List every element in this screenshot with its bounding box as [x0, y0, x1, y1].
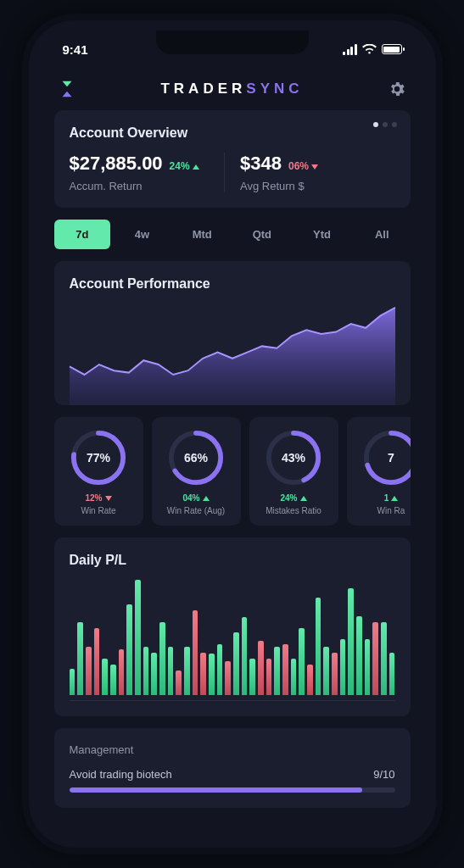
gauge-label: Win Ra [352, 506, 411, 515]
pl-bar [233, 632, 239, 695]
app-logo-icon [58, 80, 76, 98]
pl-bar [225, 661, 231, 695]
gauge-row[interactable]: 77% 12% Win Rate 66% 04% Win Rate (Aug) … [54, 417, 411, 526]
gauge-value: 43% [265, 429, 322, 487]
pl-bar [332, 653, 338, 695]
pl-bar [102, 659, 108, 695]
gauge-value: 7 [362, 429, 411, 487]
accum-return-value: $27,885.00 [70, 153, 163, 175]
pl-bar [389, 653, 395, 695]
status-indicators [343, 44, 402, 55]
signal-icon [343, 44, 357, 55]
gauge-label: Win Rate (Aug) [157, 506, 236, 515]
daily-pl-title: Daily P/L [70, 553, 395, 568]
pl-bar [143, 647, 149, 695]
battery-icon [382, 44, 402, 54]
pl-bar [249, 659, 255, 695]
account-performance-card: Account Performance [54, 261, 411, 405]
gauge-value: 66% [167, 429, 225, 487]
pl-bar [372, 622, 378, 695]
gauge-card[interactable]: 7 1 Win Ra [347, 417, 411, 526]
pl-bar [258, 641, 264, 695]
gauge-card[interactable]: 43% 24% Mistakes Ratio [249, 417, 338, 526]
performance-title: Account Performance [70, 276, 395, 292]
pl-bar [307, 665, 313, 695]
gauge-delta: 12% [59, 493, 138, 503]
pl-bar [176, 670, 182, 695]
gauge-ring: 7 [362, 429, 411, 487]
caret-down-icon [105, 496, 112, 501]
status-time: 9:41 [63, 42, 88, 57]
settings-icon[interactable] [388, 80, 406, 98]
pl-bar [193, 610, 198, 695]
date-range-tabs[interactable]: 7d4wMtdQtdYtdAll [54, 220, 411, 249]
pl-bar [217, 644, 223, 695]
pl-bar [299, 628, 305, 695]
pl-bar [266, 659, 272, 695]
avg-return-pct: 06% [288, 160, 318, 172]
gauge-value: 77% [70, 429, 127, 487]
overview-title: Account Overview [70, 125, 395, 141]
caret-down-icon [311, 164, 318, 170]
pl-bar [94, 628, 100, 695]
pl-bar [316, 598, 321, 695]
range-tab-7d[interactable]: 7d [54, 220, 111, 249]
pl-bar [348, 588, 354, 695]
pl-bar [200, 653, 206, 695]
daily-pl-card: Daily P/L [54, 537, 411, 716]
management-progress [70, 787, 395, 793]
pl-bar [119, 649, 125, 695]
brand-part2: SYNC [246, 81, 303, 97]
pl-bar [168, 647, 174, 695]
pl-bar [356, 616, 362, 695]
daily-pl-chart[interactable] [70, 580, 395, 698]
gauge-ring: 77% [70, 429, 127, 487]
caret-up-icon [203, 496, 210, 501]
pl-bar [77, 622, 83, 695]
pl-bar [323, 647, 329, 695]
performance-chart[interactable] [70, 303, 395, 405]
accum-return-pct: 24% [170, 160, 199, 172]
range-tab-mtd[interactable]: Mtd [174, 220, 231, 249]
range-tab-4w[interactable]: 4w [114, 220, 171, 249]
pl-bar [340, 639, 346, 695]
management-item-label: Avoid trading biotech [70, 768, 172, 781]
range-tab-ytd[interactable]: Ytd [293, 220, 350, 249]
pl-bar [126, 604, 132, 695]
app-header: TRADERSYNC [39, 68, 426, 110]
gauge-ring: 43% [265, 429, 322, 487]
caret-up-icon [193, 164, 199, 170]
pl-bar [274, 647, 280, 695]
pl-bar [151, 653, 157, 695]
pl-bar [282, 644, 288, 695]
management-title: Management [70, 743, 395, 756]
gauge-card[interactable]: 66% 04% Win Rate (Aug) [152, 417, 241, 526]
management-card: Management Avoid trading biotech 9/10 [54, 728, 411, 808]
pl-bar [381, 622, 387, 695]
pl-bar [70, 669, 75, 695]
pl-bar [86, 647, 92, 695]
gauge-delta: 04% [157, 493, 236, 503]
app-brand: TRADERSYNC [160, 81, 303, 97]
caret-up-icon [300, 496, 307, 501]
management-item[interactable]: Avoid trading biotech 9/10 [70, 768, 395, 781]
gauge-card[interactable]: 77% 12% Win Rate [54, 417, 143, 526]
avg-return-value: $348 [240, 153, 282, 175]
management-item-score: 9/10 [373, 768, 394, 781]
range-tab-qtd[interactable]: Qtd [234, 220, 291, 249]
gauge-label: Win Rate [59, 506, 138, 515]
account-overview-card[interactable]: Account Overview $27,885.00 24% Accum. R… [54, 110, 411, 208]
pl-bar [209, 654, 215, 695]
caret-up-icon [391, 496, 398, 501]
overview-avg-return: $348 06% Avg Return $ [224, 153, 395, 192]
gauge-label: Mistakes Ratio [254, 506, 333, 515]
pl-bar [184, 647, 190, 695]
carousel-dots[interactable] [373, 122, 397, 127]
range-tab-all[interactable]: All [354, 220, 411, 249]
overview-accum-return: $27,885.00 24% Accum. Return [70, 153, 225, 192]
pl-bar [365, 639, 371, 695]
gauge-ring: 66% [167, 429, 225, 487]
pl-bar [110, 665, 116, 695]
wifi-icon [362, 44, 377, 54]
pl-bar [159, 622, 165, 695]
